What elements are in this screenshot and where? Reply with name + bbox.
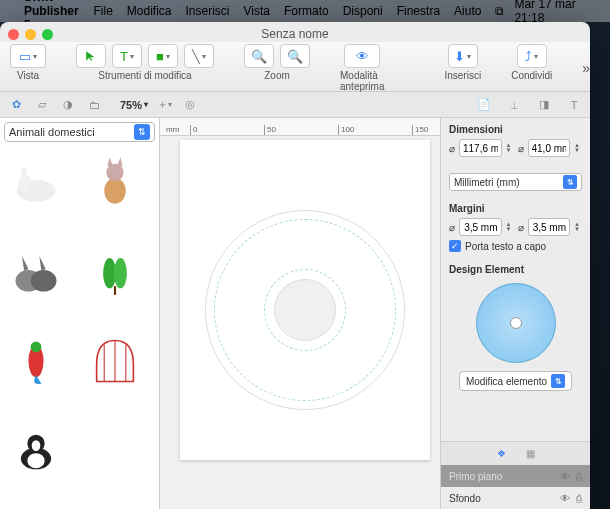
height-input[interactable]	[532, 143, 567, 154]
clipart-category-select[interactable]: Animali domestici ⇅	[4, 122, 155, 142]
height-stepper[interactable]: ▲▼	[574, 143, 582, 153]
margin-right-field[interactable]	[528, 218, 571, 236]
clipart-item-border-collie[interactable]	[4, 421, 68, 481]
vista-button[interactable]: ▭▾	[10, 44, 46, 68]
margin-left-field[interactable]	[459, 218, 502, 236]
diameter-icon: ⌀	[449, 143, 455, 154]
svg-point-1	[19, 175, 32, 192]
clipart-category-label: Animali domestici	[9, 126, 95, 138]
toolbar-group-inserisci: ⬇▾ Inserisci	[444, 44, 481, 81]
print-icon[interactable]: ⎙	[576, 471, 582, 482]
text-tool[interactable]: T▾	[112, 44, 142, 68]
width-input[interactable]	[463, 143, 498, 154]
print-icon[interactable]: ⎙	[576, 493, 582, 504]
clipart-item-parrots-green[interactable]	[83, 240, 147, 300]
cd-center-hole	[274, 279, 336, 341]
margin-left-input[interactable]	[463, 222, 498, 233]
canvas-stage[interactable]	[160, 136, 440, 509]
share-button[interactable]: ⤴▾	[517, 44, 547, 68]
zoom-level-dropdown[interactable]: 75%▾	[120, 99, 148, 111]
diameter-icon-3: ⌀	[449, 222, 455, 233]
airplay-icon[interactable]: ⧉	[495, 4, 504, 18]
layer-background[interactable]: Sfondo 👁⎙	[441, 487, 590, 509]
dropdown-arrows-icon: ⇅	[551, 374, 565, 388]
menu-modifica[interactable]: Modifica	[127, 4, 172, 18]
insert-button[interactable]: ⬇▾	[448, 44, 478, 68]
width-field[interactable]	[459, 139, 502, 157]
shape-tool[interactable]: ■▾	[148, 44, 178, 68]
margin-right-stepper[interactable]: ▲▼	[574, 222, 582, 232]
eye-icon[interactable]: 👁	[560, 471, 570, 482]
line-tool[interactable]: ╲▾	[184, 44, 214, 68]
svg-point-10	[31, 341, 42, 352]
menu-file[interactable]: File	[93, 4, 112, 18]
height-field[interactable]	[528, 139, 571, 157]
zoom-label: Zoom	[264, 70, 290, 81]
svg-point-15	[27, 453, 44, 468]
layers-grid-icon[interactable]: ▦	[526, 448, 535, 459]
clipart-item-birdcage[interactable]	[83, 331, 147, 391]
menu-inserisci[interactable]: Inserisci	[186, 4, 230, 18]
zoom-in-button[interactable]: 🔍	[280, 44, 310, 68]
menu-finestra[interactable]: Finestra	[397, 4, 440, 18]
inspector-tab-geometry-icon[interactable]: ⟂	[504, 95, 524, 115]
menu-formato[interactable]: Formato	[284, 4, 329, 18]
cd-outer-ring[interactable]	[205, 210, 405, 410]
layer-background-label: Sfondo	[449, 493, 481, 504]
checkbox-checked-icon: ✓	[449, 240, 461, 252]
width-stepper[interactable]: ▲▼	[506, 143, 514, 153]
preview-button[interactable]: 👁	[344, 44, 380, 68]
diameter-icon-4: ⌀	[518, 222, 524, 233]
files-panel-icon[interactable]: 🗀	[84, 95, 104, 115]
clipart-item-parrot-red[interactable]	[4, 331, 68, 391]
units-select[interactable]: Millimetri (mm) ⇅	[449, 173, 582, 191]
design-element-heading: Design Element	[449, 264, 582, 275]
margins-heading: Margini	[449, 203, 582, 214]
canvas-area: mm 0 50 100 150	[160, 118, 440, 509]
svg-rect-8	[113, 286, 115, 295]
svg-point-7	[113, 258, 126, 288]
zoom-value: 75%	[120, 99, 142, 111]
wrap-text-checkbox[interactable]: ✓ Porta testo a capo	[449, 240, 582, 252]
anteprima-label: Modalità anteprima	[340, 70, 384, 92]
horizontal-ruler: mm 0 50 100 150	[160, 118, 440, 136]
add-menu[interactable]: ＋▾	[154, 95, 174, 115]
clipart-item-rabbit-white[interactable]	[4, 150, 68, 210]
menu-disponi[interactable]: Disponi	[343, 4, 383, 18]
wrap-text-label: Porta testo a capo	[465, 241, 546, 252]
clipart-item-blank[interactable]	[83, 421, 147, 481]
margin-left-stepper[interactable]: ▲▼	[506, 222, 514, 232]
margin-right-input[interactable]	[532, 222, 567, 233]
inspector-tab-text-icon[interactable]: T	[564, 95, 584, 115]
svg-point-17	[32, 440, 41, 451]
menu-aiuto[interactable]: Aiuto	[454, 4, 481, 18]
clipart-item-cat[interactable]	[83, 150, 147, 210]
clipart-item-rabbits-gray[interactable]	[4, 240, 68, 300]
eye-icon[interactable]: 👁	[560, 493, 570, 504]
zoom-out-button[interactable]: 🔍	[244, 44, 274, 68]
app-window: Senza nome ▭▾ Vista T▾ ■▾ ╲▾ Strumenti d…	[0, 22, 590, 509]
inspector-tab-appearance-icon[interactable]: ◨	[534, 95, 554, 115]
inspector-tab-document-icon[interactable]: 📄	[474, 95, 494, 115]
page[interactable]	[180, 140, 430, 460]
layout-icon: ▭	[19, 49, 31, 64]
inspector-panel: Dimensioni ⌀ ▲▼ ⌀ ▲▼ Millimetri (mm) ⇅ M…	[440, 118, 590, 509]
layers-stack-icon[interactable]: ❖	[497, 448, 506, 459]
pointer-tool[interactable]	[76, 44, 106, 68]
smart-shapes-icon[interactable]: ◑	[58, 95, 78, 115]
window-title: Senza nome	[0, 27, 590, 41]
target-icon[interactable]: ◎	[180, 95, 200, 115]
svg-point-5	[31, 270, 57, 292]
modify-element-button[interactable]: Modifica elemento ⇅	[459, 371, 572, 391]
source-panel-icon[interactable]: ✿	[6, 95, 26, 115]
toolbar-overflow-button[interactable]: »	[582, 56, 590, 80]
photos-panel-icon[interactable]: ▱	[32, 95, 52, 115]
design-element-preview[interactable]	[476, 283, 556, 363]
layer-foreground[interactable]: Primo piano 👁⎙	[441, 465, 590, 487]
toolbar-group-strumenti: T▾ ■▾ ╲▾ Strumenti di modifica	[76, 44, 214, 81]
titlebar: Senza nome	[0, 22, 590, 42]
menu-vista[interactable]: Vista	[244, 4, 270, 18]
dimensions-heading: Dimensioni	[449, 124, 582, 135]
vista-label: Vista	[17, 70, 39, 81]
layer-foreground-label: Primo piano	[449, 471, 502, 482]
